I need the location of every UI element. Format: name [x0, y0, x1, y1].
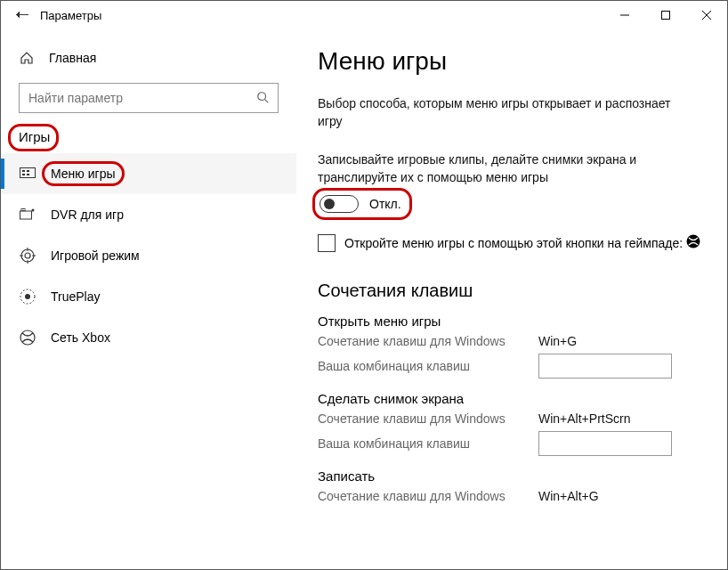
xbox-icon: [686, 234, 700, 254]
shortcut-win-label: Сочетание клавиш для Windows: [318, 411, 538, 426]
page-heading: Меню игры: [318, 47, 706, 76]
search-box[interactable]: [19, 83, 279, 113]
toggle-description: Записывайте игровые клипы, делайте снимк…: [318, 151, 692, 186]
svg-rect-7: [22, 170, 25, 172]
svg-rect-11: [20, 211, 32, 219]
shortcut-win-label: Сочетание клавиш для Windows: [318, 334, 538, 348]
nav-label: Сеть Xbox: [51, 330, 110, 345]
svg-rect-12: [21, 209, 25, 211]
shortcut-record: Записать Сочетание клавиш для Windows Wi…: [318, 468, 706, 503]
trueplay-icon: [19, 289, 36, 305]
home-nav[interactable]: Главная: [1, 40, 296, 76]
nav-label: Меню игры: [51, 167, 116, 181]
back-button[interactable]: 🠐: [8, 7, 36, 23]
maximize-button[interactable]: [645, 1, 686, 29]
shortcut-win-value: Win+Alt+G: [538, 489, 599, 503]
svg-point-4: [258, 92, 266, 100]
svg-point-14: [21, 249, 34, 262]
shortcut-win-value: Win+G: [538, 334, 577, 348]
checkbox-label: Откройте меню игры с помощью этой кнопки…: [344, 234, 700, 254]
shortcut-win-label: Сочетание клавиш для Windows: [318, 489, 538, 503]
nav-xbox-network[interactable]: Сеть Xbox: [1, 317, 296, 358]
dvr-icon: [19, 208, 36, 221]
search-icon: [255, 91, 271, 106]
gamepad-open-checkbox[interactable]: [318, 234, 336, 252]
svg-point-15: [25, 253, 30, 258]
gamebar-toggle[interactable]: [320, 195, 359, 213]
svg-point-22: [20, 330, 35, 345]
toggle-state-label: Откл.: [369, 197, 401, 211]
shortcut-title: Сделать снимок экрана: [318, 391, 706, 406]
shortcut-your-label: Ваша комбинация клавиш: [318, 436, 538, 451]
svg-rect-9: [22, 174, 25, 175]
nav-game-mode[interactable]: Игровой режим: [1, 235, 296, 276]
sidebar: Главная Игры Меню игры: [1, 29, 296, 569]
titlebar: 🠐 Параметры: [1, 1, 727, 29]
svg-rect-6: [20, 168, 36, 178]
home-icon: [19, 51, 35, 65]
shortcut-screenshot: Сделать снимок экрана Сочетание клавиш д…: [318, 391, 706, 456]
shortcut-input-screenshot[interactable]: [538, 431, 672, 456]
shortcut-your-label: Ваша комбинация клавиш: [318, 359, 538, 373]
nav-label: Игровой режим: [51, 248, 140, 263]
gamebar-icon: [19, 167, 36, 180]
svg-rect-8: [27, 170, 29, 172]
page-description: Выбор способа, которым меню игры открыва…: [318, 95, 692, 130]
svg-rect-1: [662, 12, 670, 20]
shortcut-title: Открыть меню игры: [318, 314, 706, 329]
shortcut-win-value: Win+Alt+PrtScrn: [538, 411, 630, 426]
nav-trueplay[interactable]: TruePlay: [1, 276, 296, 317]
xbox-network-icon: [19, 330, 36, 346]
close-button[interactable]: [686, 1, 727, 29]
nav-game-dvr[interactable]: DVR для игр: [1, 194, 296, 235]
minimize-button[interactable]: [604, 1, 645, 29]
nav-game-menu[interactable]: Меню игры: [1, 153, 296, 194]
gamemode-icon: [19, 248, 36, 264]
svg-line-5: [265, 99, 269, 102]
svg-point-13: [32, 209, 35, 212]
nav-label: DVR для игр: [51, 208, 124, 222]
shortcut-input-open[interactable]: [538, 354, 672, 379]
shortcut-open-menu: Открыть меню игры Сочетание клавиш для W…: [318, 314, 706, 379]
settings-window: 🠐 Параметры Главная Игры: [0, 0, 728, 570]
svg-point-23: [687, 235, 700, 248]
window-title: Параметры: [40, 9, 101, 22]
search-input[interactable]: [27, 90, 255, 106]
home-label: Главная: [49, 51, 96, 65]
section-label: Игры: [1, 129, 50, 144]
svg-point-21: [25, 294, 30, 299]
nav-label: TruePlay: [51, 289, 101, 304]
shortcut-title: Записать: [318, 468, 706, 484]
svg-rect-10: [27, 174, 29, 175]
content-pane: Меню игры Выбор способа, которым меню иг…: [296, 29, 727, 569]
shortcuts-heading: Сочетания клавиш: [318, 281, 706, 301]
